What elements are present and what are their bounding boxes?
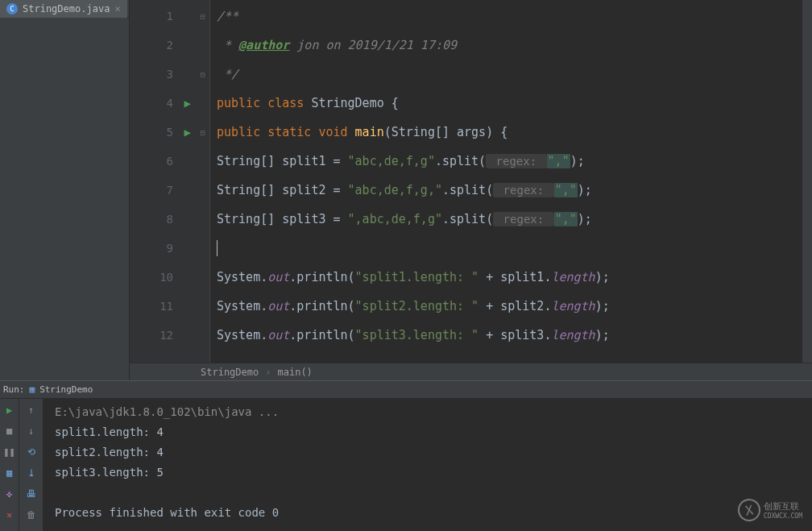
code-text: .split( — [442, 183, 493, 197]
line-gutter: 1 2 3 4▶ 5▶ 6 7 8 9 10 11 12 — [130, 0, 196, 363]
code-text: ); — [595, 299, 610, 313]
code-text: ); — [595, 270, 610, 284]
parameter-hint: regex: — [493, 183, 553, 197]
code-text: (String[] args) — [384, 125, 501, 139]
line-number: 5 — [167, 126, 173, 139]
watermark-sub: CDXWCX.COM — [764, 512, 802, 520]
code-text: String[] split2 = — [217, 183, 348, 197]
code-text: System. — [217, 328, 267, 342]
code-text: String[] split3 = — [217, 212, 348, 226]
parameter-hint: regex: — [493, 212, 553, 226]
console-line: E:\java\jdk1.8.0_102\bin\java ... — [55, 402, 801, 422]
code-text: ); — [595, 328, 610, 342]
line-number: 4 — [167, 97, 173, 110]
dump-icon[interactable]: ▦ — [3, 467, 16, 479]
code-text: "abc,de,f,g" — [348, 154, 435, 168]
code-text: /** — [217, 9, 238, 23]
breadcrumb-item[interactable]: StringDemo — [201, 367, 259, 378]
code-text: .println( — [289, 328, 354, 342]
watermark-text: 创新互联 — [764, 500, 802, 512]
code-text: { — [392, 96, 399, 110]
breadcrumb-item[interactable]: main() — [277, 367, 312, 378]
file-tab-stringdemo[interactable]: C StringDemo.java × — [0, 0, 127, 18]
console-line: split1.length: 4 — [55, 422, 801, 442]
run-config-name: StringDemo — [39, 384, 93, 395]
run-target-icon: ▦ — [30, 384, 35, 395]
code-text: System. — [217, 299, 267, 313]
line-number: 11 — [160, 300, 173, 313]
rerun-icon[interactable]: ▶ — [3, 404, 16, 417]
console-line: split3.length: 5 — [55, 463, 801, 483]
code-editor[interactable]: 1 2 3 4▶ 5▶ 6 7 8 9 10 11 12 ⊟ ⊟ ⊟ — [130, 0, 812, 363]
run-toolbar-primary: ▶ ■ ❚❚ ▦ ✜ ✕ — [0, 399, 19, 531]
trash-icon[interactable]: 🗑 — [25, 508, 38, 521]
vertical-scrollbar[interactable] — [802, 0, 812, 363]
up-icon[interactable]: ↑ — [25, 404, 38, 417]
code-text: + split3. — [478, 328, 551, 342]
code-text: "split2.length: " — [355, 299, 479, 313]
run-gutter-icon[interactable]: ▶ — [184, 97, 191, 110]
code-text: class — [267, 96, 311, 110]
watermark-logo-icon: X — [736, 497, 762, 523]
code-text: out — [267, 270, 289, 284]
parameter-hint: regex: — [486, 154, 546, 168]
fold-icon[interactable]: ⊟ — [200, 12, 205, 21]
fold-icon[interactable]: ⊟ — [200, 70, 205, 79]
close-icon[interactable]: × — [114, 3, 120, 15]
text-cursor — [217, 240, 218, 256]
code-text: length — [551, 328, 594, 342]
line-number: 2 — [167, 39, 173, 52]
layout-icon[interactable]: ✜ — [3, 487, 16, 500]
code-text: */ — [217, 67, 238, 81]
code-text: public — [217, 96, 267, 110]
stop-icon[interactable]: ■ — [3, 425, 16, 438]
console-line: split2.length: 4 — [55, 442, 801, 463]
code-text: main — [355, 125, 384, 139]
code-text: ); — [578, 183, 592, 197]
code-text: .split( — [435, 154, 486, 168]
code-text: length — [551, 299, 594, 313]
watermark: X 创新互联 CDXWCX.COM — [738, 499, 802, 521]
close-icon[interactable]: ✕ — [3, 508, 16, 521]
code-text: jon on 2019/1/21 17:09 — [289, 38, 457, 52]
code-text: String[] split1 = — [217, 154, 348, 168]
file-tab-label: StringDemo.java — [23, 3, 110, 15]
code-text: System. — [217, 270, 267, 284]
code-text: .println( — [289, 270, 354, 284]
code-text: .println( — [289, 299, 354, 313]
scroll-end-icon[interactable]: ⤓ — [25, 467, 38, 479]
line-number: 12 — [160, 329, 173, 342]
down-icon[interactable]: ↓ — [25, 425, 38, 438]
code-text: .split( — [442, 212, 493, 226]
code-text: * — [217, 38, 238, 52]
code-text: out — [267, 328, 289, 342]
code-text: { — [500, 125, 508, 139]
code-text: length — [551, 270, 594, 284]
pause-icon[interactable]: ❚❚ — [3, 446, 16, 458]
fold-icon[interactable]: ⊟ — [200, 128, 205, 137]
code-text: ); — [578, 212, 592, 226]
soft-wrap-icon[interactable]: ⟲ — [25, 446, 38, 458]
code-text: @author — [238, 38, 289, 52]
run-tool-header[interactable]: Run: ▦ StringDemo — [0, 381, 812, 399]
line-number: 9 — [167, 242, 173, 255]
code-text: "," — [554, 183, 578, 197]
project-sidebar[interactable]: C StringDemo.java × — [0, 0, 130, 380]
print-icon[interactable]: 🖶 — [25, 487, 38, 500]
code-text: "," — [547, 154, 570, 168]
code-text: "," — [554, 212, 578, 226]
line-number: 10 — [160, 271, 173, 284]
line-number: 6 — [167, 155, 173, 168]
code-text: + split2. — [478, 299, 551, 313]
code-text: ",abc,de,f,g" — [348, 212, 442, 226]
java-class-icon: C — [6, 3, 18, 15]
code-text: "split1.length: " — [355, 270, 479, 284]
breadcrumb[interactable]: StringDemo › main() — [130, 363, 812, 380]
run-gutter-icon[interactable]: ▶ — [184, 126, 191, 139]
code-text: + split1. — [478, 270, 551, 284]
code-text: "abc,de,f,g," — [348, 183, 442, 197]
line-number: 3 — [167, 68, 173, 81]
run-toolbar-secondary: ↑ ↓ ⟲ ⤓ 🖶 🗑 — [19, 399, 44, 531]
chevron-right-icon: › — [265, 367, 271, 378]
console-output[interactable]: E:\java\jdk1.8.0_102\bin\java ... split1… — [44, 399, 812, 531]
